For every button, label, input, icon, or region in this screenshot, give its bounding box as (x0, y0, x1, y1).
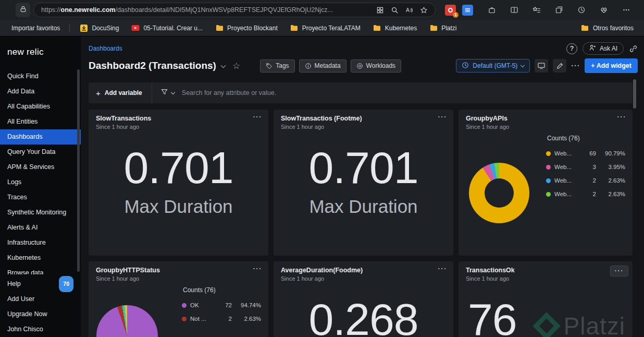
sidebar-item-logs[interactable]: Logs (0, 175, 81, 190)
extension-red-icon[interactable]: 1 (445, 5, 456, 16)
time-picker[interactable]: Default (GMT-5) (456, 59, 530, 73)
bookmark-label: Proyecto Blockant (227, 25, 278, 32)
url-bar[interactable]: https://one.newrelic.com/dashboards/deta… (33, 3, 436, 17)
sidebar-item-all-capabilities[interactable]: All Capabilities (0, 99, 81, 114)
sidebar-item-kubernetes[interactable]: Kubernetes (0, 250, 81, 266)
legend-value: 69 (578, 150, 596, 157)
main-scrollbar[interactable] (633, 79, 636, 335)
sidebar-item-add-user[interactable]: Add User (0, 292, 81, 307)
sidebar-item-john-chisco[interactable]: John Chisco (0, 322, 81, 337)
read-aloud-icon[interactable]: A (402, 3, 416, 17)
extensions-puzzle-icon[interactable] (485, 3, 499, 17)
sidebar-item-traces[interactable]: Traces (0, 190, 81, 205)
time-picker-label: Default (GMT-5) (473, 62, 517, 69)
history-icon[interactable] (574, 3, 589, 17)
copy-link-button[interactable] (629, 44, 638, 53)
widget-title: SlowTransactios (Footme) (281, 115, 446, 122)
legend-row[interactable]: OK7294.74% (182, 298, 261, 312)
bookmark-docusing[interactable]: DocuSing (75, 23, 123, 33)
edit-button[interactable] (553, 59, 566, 73)
breadcrumb[interactable]: Dashboards (89, 45, 122, 52)
widget-menu-button[interactable]: ··· (438, 113, 448, 121)
split-screen-icon[interactable] (507, 3, 522, 17)
pill-label: Metadata (315, 62, 341, 69)
widget-subtitle: Since 1 hour ago (96, 275, 261, 282)
billboard-value: 0.701 (96, 143, 261, 192)
legend-pct: 3.95% (596, 164, 625, 170)
apps-grid-icon[interactable] (373, 3, 387, 17)
sidebar-nav: Quick FindAdd DataAll CapabilitiesAll En… (0, 69, 81, 274)
legend-row[interactable]: Web...22.63% (546, 174, 625, 187)
add-variable-button[interactable]: +Add variable (96, 89, 142, 98)
youtube-icon (131, 25, 140, 31)
legend-row[interactable]: Not ...22.63% (182, 312, 261, 326)
sidebar-item-alerts-ai[interactable]: Alerts & AI (0, 220, 81, 235)
search-icon[interactable] (387, 3, 402, 17)
billboard-value: 76 (466, 295, 625, 337)
sidebar-item-upgrade-now[interactable]: Upgrade Now (0, 307, 81, 322)
attribute-search-input[interactable] (182, 82, 633, 103)
widget-menu-button[interactable]: ··· (253, 264, 263, 272)
pie-chart (96, 305, 158, 337)
sidebar-scrollbar[interactable] (77, 69, 80, 272)
pill-label: Workloads (366, 62, 395, 69)
legend-row[interactable]: Web...6990.79% (546, 147, 625, 160)
workloads-button[interactable]: Workloads (351, 59, 401, 73)
sidebar-item-dashboards[interactable]: Dashboards (0, 129, 81, 145)
favorites-icon[interactable] (529, 3, 544, 17)
bookmark-platzi[interactable]: Platzi (425, 23, 461, 33)
download-icon (80, 25, 88, 32)
help-button[interactable]: ? (566, 43, 577, 54)
legend-pct: 90.79% (596, 150, 625, 157)
favorite-dashboard-star-icon[interactable]: ☆ (232, 61, 240, 71)
legend-label: Web... (554, 150, 578, 157)
bookmark-label: 05-Tutorial. Crear u... (143, 25, 203, 32)
tags-button[interactable]: Tags (260, 59, 294, 73)
scrollbar-thumb[interactable] (633, 79, 636, 109)
import-favorites-button[interactable]: Importar favoritos (7, 23, 64, 33)
metadata-button[interactable]: Metadata (299, 59, 346, 73)
title-chevron-icon[interactable] (221, 63, 226, 68)
widget-menu-button[interactable]: ··· (610, 266, 629, 276)
essentials-icon[interactable] (597, 3, 611, 17)
widget-menu-button[interactable]: ··· (438, 264, 448, 272)
widget-menu-button[interactable]: ··· (253, 113, 263, 121)
bookmarks-bar: Importar favoritos DocuSing05-Tutorial. … (0, 20, 644, 37)
sidebar-item-add-data[interactable]: Add Data (0, 84, 81, 99)
bookmark-kubernetes[interactable]: Kubernetes (368, 23, 422, 33)
collections-icon[interactable] (552, 3, 566, 17)
sidebar-item-help[interactable]: Help70 (0, 276, 81, 292)
legend-row[interactable]: Web...33.95% (546, 160, 625, 174)
sidebar-item-infrastructure[interactable]: Infrastructure (0, 235, 81, 250)
folder-icon (290, 25, 299, 31)
bookmark-proyecto-blockant[interactable]: Proyecto Blockant (210, 23, 282, 33)
extension-blue-icon[interactable] (462, 5, 473, 16)
sidebar-item-browse-data[interactable]: Browse data (0, 266, 81, 274)
sidebar-item-synthetic-monitoring[interactable]: Synthetic Monitoring (0, 205, 81, 220)
browser-menu-icon[interactable] (619, 3, 634, 17)
sidebar-item-query-your-data[interactable]: Query Your Data (0, 145, 81, 160)
widget-title: AverageDuration(Foodme) (281, 267, 446, 274)
sidebar-item-apm-services[interactable]: APM & Services (0, 160, 81, 175)
filter-funnel-button[interactable] (160, 88, 175, 98)
site-info-button[interactable] (16, 3, 30, 17)
tv-mode-button[interactable] (535, 59, 548, 73)
add-widget-button[interactable]: + Add widget (585, 58, 638, 73)
billboard-label: Max Duration (281, 196, 446, 217)
legend-label: Web... (554, 177, 578, 184)
sidebar-item-all-entities[interactable]: All Entities (0, 114, 81, 129)
dashboard-menu-button[interactable]: ··· (571, 62, 580, 70)
ask-ai-button[interactable]: Ask AI (583, 42, 624, 55)
bookmark-05-tutorial-crear-u[interactable]: 05-Tutorial. Crear u... (127, 23, 207, 33)
other-favorites-button[interactable]: Otros favoritos (577, 23, 638, 33)
legend-pct: 2.63% (232, 316, 261, 322)
sidebar-item-quick-find[interactable]: Quick Find (0, 69, 81, 84)
bookmarks-divider (69, 24, 70, 32)
legend-row[interactable]: Web...22.63% (546, 187, 625, 201)
url-text: https://one.newrelic.com/dashboards/deta… (41, 6, 373, 14)
bookmark-proyecto-teralatam[interactable]: Proyecto TeraLATAM (286, 23, 365, 33)
widget-menu-button[interactable]: ··· (617, 113, 627, 121)
favorite-star-icon[interactable] (416, 3, 431, 17)
widget-title: TransactionsOk (466, 267, 625, 274)
extension-badge: 1 (453, 12, 459, 18)
